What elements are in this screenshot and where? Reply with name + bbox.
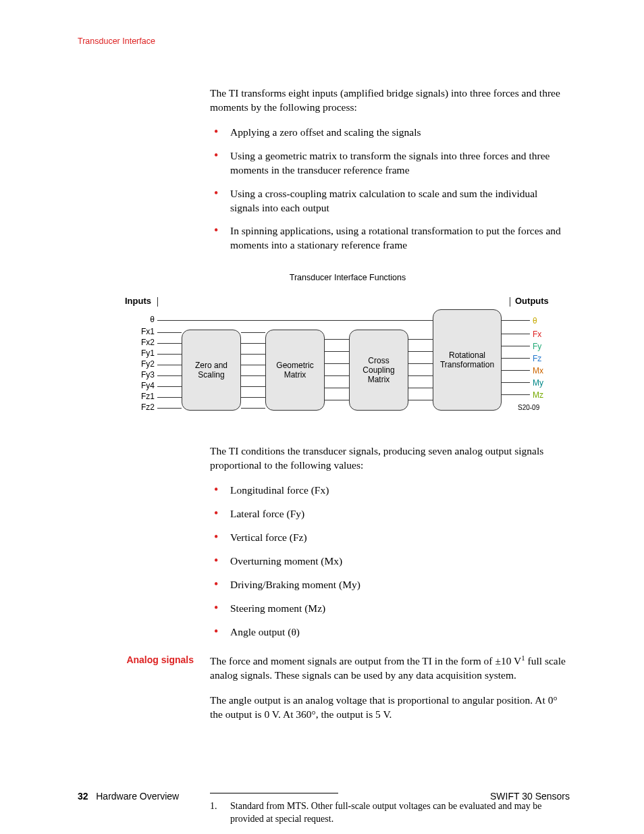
signal-line	[241, 343, 265, 344]
signal-line	[325, 351, 349, 352]
signal-line	[325, 363, 349, 364]
output-fx: Fx	[533, 330, 541, 339]
analog-paragraph-2: The angle output is an analog voltage th…	[210, 694, 568, 722]
signal-line	[157, 397, 182, 398]
process-list: Applying a zero offset and scaling the s…	[210, 126, 568, 253]
signal-line	[325, 400, 349, 400]
footnote-number: 1.	[210, 800, 230, 826]
signal-line	[241, 386, 265, 387]
intro-paragraph: The TI transforms eight inputs (amplifie…	[210, 86, 568, 115]
input-fx2: Fx2	[141, 338, 155, 347]
block-cross-coupling: Cross Coupling Matrix	[349, 330, 408, 411]
block-geometric-matrix: Geometric Matrix	[265, 330, 325, 411]
signal-line	[241, 375, 265, 376]
signal-line	[408, 375, 433, 376]
input-fy3: Fy3	[141, 370, 155, 380]
page-footer: 32 Hardware Overview SWIFT 30 Sensors	[78, 791, 570, 802]
signal-line	[502, 370, 530, 371]
page-header: Transducer Interface	[78, 36, 570, 46]
signal-line	[241, 354, 265, 355]
signal-line	[157, 343, 182, 344]
footer-left: 32 Hardware Overview	[78, 791, 179, 802]
signal-line	[325, 388, 349, 388]
signal-line	[502, 394, 530, 395]
analog-paragraph-1: The force and moment signals are output …	[210, 653, 568, 683]
list-item: In spinning applications, using a rotati…	[210, 224, 568, 253]
list-item: Applying a zero offset and scaling the s…	[210, 126, 568, 140]
signal-line	[241, 365, 265, 365]
signal-line	[408, 363, 433, 364]
analog-signals-section: Analog signals The force and moment sign…	[78, 653, 570, 733]
signal-line	[408, 388, 433, 388]
block-zero-scaling: Zero and Scaling	[182, 330, 241, 411]
input-fy4: Fy4	[141, 381, 155, 390]
output-my: My	[533, 378, 543, 388]
signal-line	[502, 358, 530, 359]
signal-line	[408, 339, 433, 340]
text-fragment: The force and moment signals are output …	[210, 655, 521, 667]
diagram-canvas: Inputs Outputs θ Fx1 Fx2 Fy1 Fy2 Fy3 Fy4…	[125, 296, 570, 431]
output-mx: Mx	[533, 366, 543, 375]
signal-line	[325, 339, 349, 340]
block-rotational-transformation: Rotational Transformation	[433, 309, 502, 411]
signal-line	[157, 408, 182, 409]
inputs-label: Inputs	[125, 296, 151, 306]
input-fz1: Fz1	[141, 392, 155, 401]
footnote-text: Standard from MTS. Other full-scale outp…	[230, 800, 568, 826]
input-fy2: Fy2	[141, 359, 155, 369]
diagram-container: Transducer Interface Functions Inputs Ou…	[125, 273, 570, 431]
footnote: 1. Standard from MTS. Other full-scale o…	[210, 800, 568, 826]
list-item: Lateral force (Fy)	[210, 507, 568, 521]
input-fy1: Fy1	[141, 348, 155, 358]
output-theta: θ	[533, 316, 537, 325]
output-mz: Mz	[533, 390, 543, 400]
signal-line	[502, 334, 530, 334]
signal-line	[241, 332, 265, 333]
signal-line	[157, 354, 182, 355]
footer-right: SWIFT 30 Sensors	[490, 791, 570, 802]
signal-line	[502, 382, 530, 383]
output-marker	[510, 297, 510, 307]
signal-line	[408, 400, 433, 400]
signal-line	[157, 332, 182, 333]
diagram-ref: S20-09	[518, 404, 539, 411]
list-item: Using a cross-coupling matrix calculatio…	[210, 187, 568, 215]
signal-line	[241, 408, 265, 409]
signal-line	[502, 346, 530, 346]
conditions-paragraph: The TI conditions the transducer signals…	[210, 444, 568, 473]
input-fz2: Fz2	[141, 402, 155, 412]
list-item: Longitudinal force (Fx)	[210, 484, 568, 498]
signal-line	[157, 386, 182, 387]
list-item: Angle output (θ)	[210, 625, 568, 640]
signal-line	[241, 397, 265, 398]
list-item: Overturning moment (Mx)	[210, 554, 568, 569]
section-label: Analog signals	[78, 653, 210, 733]
input-fx1: Fx1	[141, 327, 155, 336]
input-theta: θ	[150, 315, 155, 324]
list-item: Vertical force (Fz)	[210, 531, 568, 545]
signal-line	[408, 351, 433, 352]
outputs-label: Outputs	[515, 296, 549, 306]
input-marker	[157, 297, 158, 307]
signal-line	[157, 375, 182, 376]
values-list: Longitudinal force (Fx) Lateral force (F…	[210, 484, 568, 639]
list-item: Driving/Braking moment (My)	[210, 578, 568, 592]
list-item: Steering moment (Mz)	[210, 602, 568, 616]
output-fy: Fy	[533, 342, 541, 351]
diagram-title: Transducer Interface Functions	[125, 273, 570, 282]
signal-line	[325, 375, 349, 376]
signal-line	[157, 365, 182, 365]
output-fz: Fz	[533, 354, 541, 363]
list-item: Using a geometric matrix to transform th…	[210, 149, 568, 178]
footer-section: Hardware Overview	[96, 791, 179, 802]
page-number: 32	[78, 791, 88, 802]
